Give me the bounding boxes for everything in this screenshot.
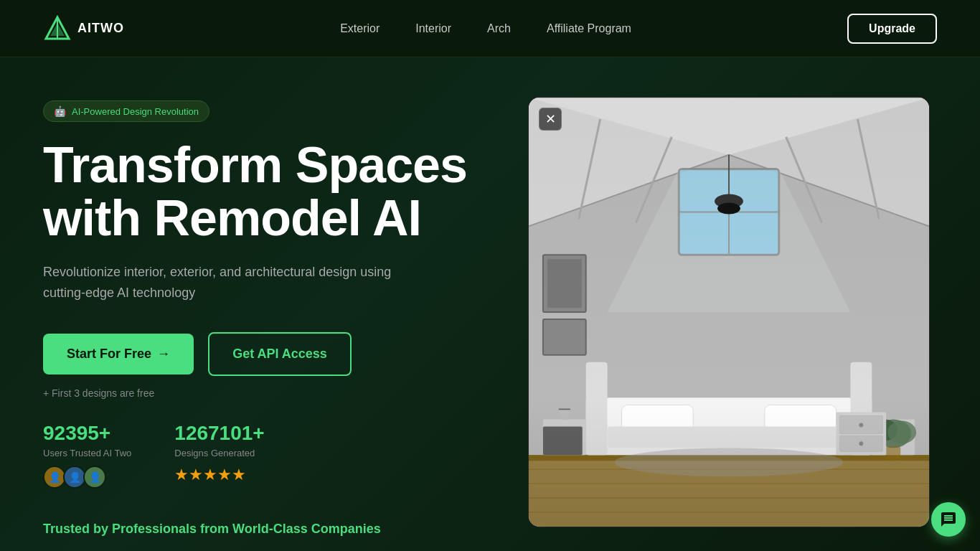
nav-links: Exterior Interior Arch Affiliate Program (340, 22, 631, 35)
badge-text: AI-Powered Design Revolution (72, 106, 199, 117)
nav-affiliate[interactable]: Affiliate Program (547, 22, 631, 34)
nav-exterior[interactable]: Exterior (340, 22, 380, 34)
navbar: AITWO Exterior Interior Arch Affiliate P… (0, 0, 980, 57)
hero-title-line2: with Remodel AI (43, 190, 421, 246)
get-api-access-button[interactable]: Get API Access (208, 332, 352, 376)
hero-subtitle: Revolutionize interior, exterior, and ar… (43, 262, 416, 303)
logo[interactable]: AITWO (43, 14, 124, 43)
start-free-button[interactable]: Start For Free → (43, 334, 194, 375)
image-card: ✕ (528, 97, 930, 527)
trusted-title: Trusted by Professionals from World-Clas… (43, 522, 499, 537)
nav-interior[interactable]: Interior (415, 22, 451, 34)
hero-section: 🤖 AI-Powered Design Revolution Transform… (0, 57, 980, 551)
logo-text: AITWO (77, 21, 124, 36)
arrow-icon: → (157, 347, 170, 362)
free-note: + First 3 designs are free (43, 387, 499, 399)
stat-users-label: Users Trusted AI Two (43, 448, 131, 458)
hero-title-line1: Transform Spaces (43, 137, 467, 193)
hero-right: ✕ (528, 93, 937, 551)
close-button[interactable]: ✕ (539, 108, 562, 131)
star-rating: ★★★★★ (174, 466, 264, 484)
trusted-section: Trusted by Professionals from World-Clas… (43, 510, 499, 537)
start-free-label: Start For Free (67, 347, 151, 362)
hero-title: Transform Spaces with Remodel AI (43, 139, 499, 245)
stat-designs-label: Designs Generated (174, 448, 264, 458)
badge-icon: 🤖 (54, 105, 66, 117)
chat-icon (940, 511, 957, 528)
button-group: Start For Free → Get API Access (43, 332, 499, 376)
svg-rect-56 (529, 98, 929, 527)
upgrade-button[interactable]: Upgrade (847, 14, 937, 44)
close-icon: ✕ (545, 111, 556, 127)
stat-designs-number: 1267101+ (174, 422, 264, 445)
stat-users: 92395+ Users Trusted AI Two 👤 👤 👤 (43, 422, 131, 489)
chat-bubble[interactable] (931, 502, 966, 537)
stat-users-number: 92395+ (43, 422, 131, 445)
badge: 🤖 AI-Powered Design Revolution (43, 100, 209, 122)
avatar-3: 👤 (83, 466, 106, 489)
hero-left: 🤖 AI-Powered Design Revolution Transform… (43, 93, 499, 551)
stat-designs: 1267101+ Designs Generated ★★★★★ (174, 422, 264, 484)
avatar-group: 👤 👤 👤 (43, 466, 131, 489)
nav-arch[interactable]: Arch (487, 22, 511, 34)
stats: 92395+ Users Trusted AI Two 👤 👤 👤 126710… (43, 422, 499, 489)
